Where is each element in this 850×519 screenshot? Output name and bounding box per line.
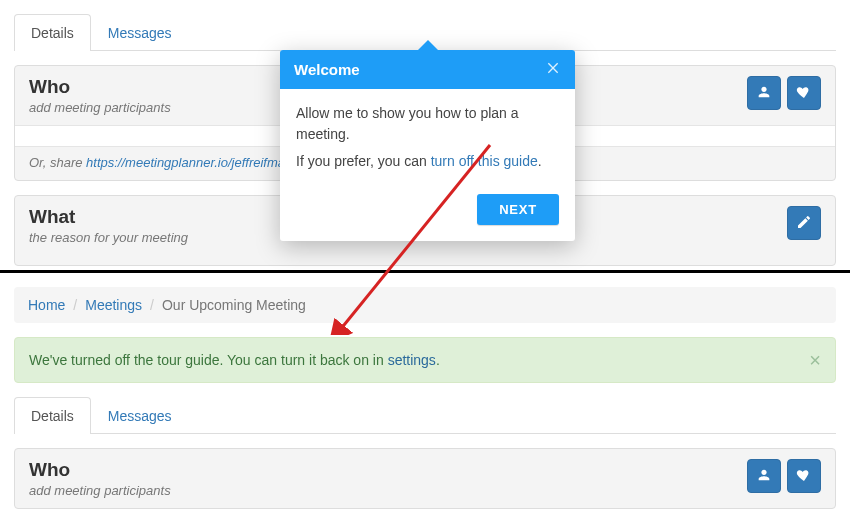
welcome-popover: Welcome Allow me to show you how to plan…	[280, 50, 575, 241]
tab-details[interactable]: Details	[14, 397, 91, 434]
breadcrumb: Home / Meetings / Our Upcoming Meeting	[14, 287, 836, 323]
heart-icon	[796, 467, 812, 486]
close-icon	[545, 62, 561, 79]
popover-title: Welcome	[294, 61, 360, 78]
breadcrumb-sep-icon: /	[150, 297, 154, 313]
add-participant-button[interactable]	[747, 459, 781, 493]
tab-messages[interactable]: Messages	[91, 397, 189, 434]
bottom-tabs: Details Messages	[14, 397, 836, 434]
who-subtitle: add meeting participants	[29, 483, 747, 498]
close-icon: ×	[809, 349, 821, 371]
settings-link[interactable]: settings	[388, 352, 436, 368]
popover-line1: Allow me to show you how to plan a meeti…	[296, 103, 559, 145]
pencil-icon	[796, 214, 812, 233]
breadcrumb-current: Our Upcoming Meeting	[162, 297, 306, 313]
close-popover-button[interactable]	[545, 60, 561, 79]
next-button[interactable]: NEXT	[477, 194, 559, 225]
popover-line2: If you prefer, you can turn off this gui…	[296, 151, 559, 172]
tour-off-alert: We've turned off the tour guide. You can…	[14, 337, 836, 383]
favorite-button[interactable]	[787, 459, 821, 493]
favorite-button[interactable]	[787, 76, 821, 110]
person-icon	[756, 467, 772, 486]
alert-text: We've turned off the tour guide. You can…	[29, 352, 388, 368]
breadcrumb-meetings[interactable]: Meetings	[85, 297, 142, 313]
add-participant-button[interactable]	[747, 76, 781, 110]
breadcrumb-home[interactable]: Home	[28, 297, 65, 313]
turn-off-guide-link[interactable]: turn off this guide	[431, 153, 538, 169]
region-divider	[0, 270, 850, 273]
heart-icon	[796, 84, 812, 103]
who-title: Who	[29, 459, 747, 481]
tab-details[interactable]: Details	[14, 14, 91, 51]
edit-what-button[interactable]	[787, 206, 821, 240]
who-panel: Who add meeting participants	[14, 448, 836, 509]
breadcrumb-sep-icon: /	[73, 297, 77, 313]
popover-arrow-icon	[418, 40, 438, 50]
tab-messages[interactable]: Messages	[91, 14, 189, 51]
person-icon	[756, 84, 772, 103]
dismiss-alert-button[interactable]: ×	[809, 350, 821, 370]
